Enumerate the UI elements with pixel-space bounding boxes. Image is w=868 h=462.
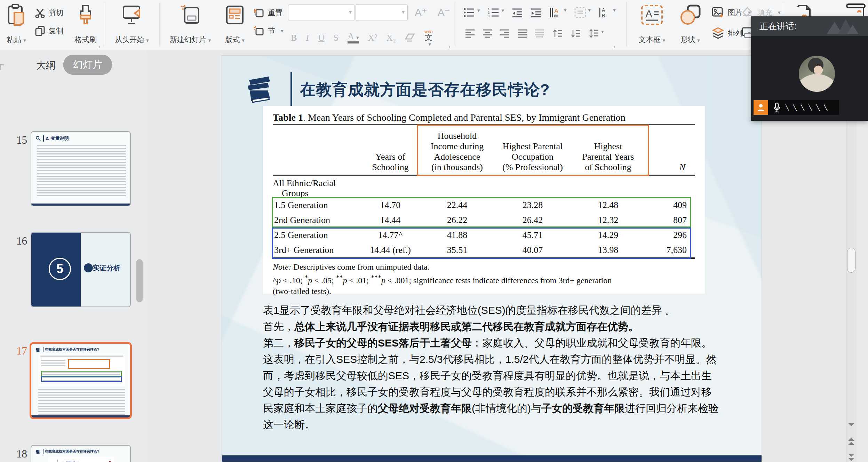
align-left-icon[interactable] [465, 29, 475, 38]
slideshow-play-icon [121, 4, 143, 26]
italic-button[interactable]: I [306, 33, 309, 43]
picture-label: 图片 [728, 8, 742, 17]
slide-footer-band [222, 455, 762, 462]
speaking-status-label: 正在讲话: [759, 21, 797, 32]
decrease-indent-icon[interactable] [512, 7, 523, 18]
slide-thumbnail-17[interactable]: 在教育成就方面是否存在移民悖论? [30, 342, 132, 419]
slide-thumbnail-18[interactable]: 在教育成就方面是否存在移民悖论?--+-- Native Born—■— Imm… [31, 445, 131, 462]
subscript-button[interactable]: X₂ [386, 33, 396, 43]
meeting-app-logo-icon [826, 19, 858, 34]
paste-label: 粘贴 [7, 35, 26, 45]
format-painter-button[interactable]: 格式刷 [69, 1, 102, 48]
table-caption: Table 1. Mean Years of Schooling Complet… [273, 112, 695, 124]
next-slide-button[interactable] [848, 454, 854, 461]
books-icon [35, 449, 41, 454]
paragraph-line: 这一论断。 [263, 416, 747, 433]
font-name-combo[interactable] [288, 4, 355, 21]
layout-icon [225, 4, 245, 26]
wps-presentation-window: 粘贴 剪切 复制 格式刷 ⌟ 从头开始 [0, 0, 868, 462]
section-button[interactable]: 节 [253, 26, 284, 36]
cut-label: 剪切 [49, 8, 63, 18]
table1-figure[interactable]: Table 1. Mean Years of Schooling Complet… [263, 106, 705, 294]
slide-title[interactable]: 在教育成就方面是否存在移民悖论? [300, 74, 550, 105]
reset-icon [253, 8, 264, 18]
new-slide-button[interactable]: 新建幻灯片 [164, 1, 216, 48]
distribute-icon[interactable] [534, 29, 545, 38]
section-icon [253, 26, 264, 36]
vertical-scrollbar-thumb[interactable] [847, 248, 855, 273]
numbered-list-icon[interactable]: 123 [488, 7, 504, 18]
align-center-icon[interactable] [482, 29, 493, 38]
slide-panel: 大纲 幻灯片 152. 变量说明165实证分析17在教育成就方面是否存在移民悖论… [0, 50, 146, 462]
svg-text:A: A [554, 8, 558, 15]
paragraph-line: 表1显示了受教育年限和父母绝对社会经济地位(SES)的度量指标在移民代数之间的差… [263, 302, 747, 318]
slide-thumbnail-15[interactable]: 2. 变量说明 [31, 131, 131, 206]
slide-number: 16 [3, 235, 27, 247]
format-painter-label: 格式刷 [75, 35, 97, 45]
clipboard-icon [7, 4, 26, 26]
cut-button[interactable]: 剪切 [35, 8, 63, 18]
grow-font-button[interactable]: A⁺ [415, 6, 427, 18]
presenter-tile [754, 100, 768, 115]
new-slide-label: 新建幻灯片 [170, 35, 211, 45]
font-size-combo[interactable] [356, 4, 408, 21]
magnifier-icon [35, 136, 41, 141]
copy-button[interactable]: 复制 [35, 26, 63, 36]
increase-indent-icon[interactable] [531, 7, 542, 18]
reset-button[interactable]: 重置 [253, 8, 284, 18]
shrink-font-button[interactable]: A⁻ [438, 6, 450, 18]
table-group-label: All Ethnic/Racial Groups [273, 176, 695, 198]
tab-slides[interactable]: 幻灯片 [63, 55, 112, 75]
slide-thumbnail-16[interactable]: 5实证分析 [31, 232, 131, 307]
table-col-header: N [645, 162, 690, 173]
shapes-button[interactable]: 形状 [674, 1, 707, 48]
paragraph-line: 首先，总体上来说几乎没有证据表明移民或第二代移民在教育成就方面存在优势。 [263, 318, 747, 335]
fill-label: 填充 [758, 8, 772, 17]
strikethrough-button[interactable]: S [334, 33, 339, 43]
slide-canvas[interactable]: 在教育成就方面是否存在移民悖论? Table 1. Mean Years of … [222, 55, 762, 462]
meeting-header[interactable]: 正在讲话: [751, 16, 868, 36]
highlight-box-blue [272, 228, 691, 259]
text-direction-icon[interactable]: A [549, 7, 567, 18]
ribbon-toolbar: 粘贴 剪切 复制 格式刷 ⌟ 从头开始 [0, 0, 868, 50]
clear-format-icon[interactable] [405, 33, 415, 43]
tab-outline[interactable]: 大纲 [36, 59, 56, 72]
scroll-down-button[interactable] [848, 423, 854, 426]
paragraph-line: 而，考虑到移民父母较低的SES，移民子女的受教育程度具有明显的优势。也就是说，与… [263, 367, 747, 384]
textbox-align-icon[interactable] [574, 7, 591, 18]
layout-label: 版式 [225, 35, 245, 45]
arrange-label: 排列 [728, 28, 742, 38]
from-beginning-button[interactable]: 从头开始 [109, 1, 155, 48]
resource-box-icon[interactable] [845, 3, 866, 18]
highlight-box-green [272, 197, 691, 228]
speaker-avatar [799, 56, 835, 92]
paste-button[interactable]: 粘贴 [1, 1, 31, 48]
previous-slide-button[interactable] [848, 438, 854, 445]
layout-button[interactable]: 版式 [220, 1, 250, 48]
line-spacing-up-icon[interactable] [552, 29, 563, 38]
line-spacing-icon[interactable] [588, 29, 604, 38]
align-right-icon[interactable] [500, 29, 510, 38]
paragraph-line: 父母的子女相比，移民子女的受教育程度与父母的受教育程度的联系并不那么紧密。我们通… [263, 384, 747, 400]
phonetic-guide-button[interactable]: wén 文 [424, 29, 433, 47]
shapes-icon [679, 4, 701, 26]
table-col-header: Years ofSchooling [360, 152, 420, 173]
books-icon [35, 348, 41, 352]
textbox-icon: A [640, 4, 663, 26]
bullet-list-icon[interactable] [463, 7, 480, 18]
meeting-overlay[interactable]: 正在讲话: ╲ ╲ ╲ ╲ ╲ ╲ [751, 16, 868, 121]
reset-label: 重置 [268, 8, 282, 18]
justify-icon[interactable] [517, 29, 527, 38]
textbox-button[interactable]: A 文本框 [634, 1, 670, 48]
underline-button[interactable]: U [318, 33, 325, 43]
bold-button[interactable]: B [291, 33, 297, 43]
superscript-button[interactable]: X² [368, 33, 377, 43]
line-spacing-down-icon[interactable] [570, 29, 581, 38]
sidebar-scrollbar-thumb[interactable] [136, 259, 143, 302]
slide-paragraph[interactable]: 表1显示了受教育年限和父母绝对社会经济地位(SES)的度量指标在移民代数之间的差… [263, 302, 747, 433]
font-color-button[interactable]: A [348, 33, 359, 43]
meeting-speaker-bar: ╲ ╲ ╲ ╲ ╲ ╲ [754, 100, 839, 115]
char-spacing-icon[interactable]: AB [598, 7, 616, 18]
svg-text:2: 2 [488, 11, 489, 14]
books-icon [243, 74, 278, 106]
